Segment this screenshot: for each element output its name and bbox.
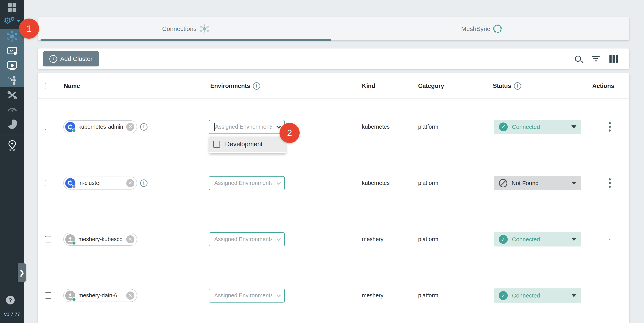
columns-icon bbox=[610, 55, 618, 63]
header-environments[interactable]: Environments bbox=[210, 83, 250, 89]
plus-circle-icon: + bbox=[50, 55, 57, 63]
search-button[interactable] bbox=[573, 54, 582, 63]
option-checkbox[interactable] bbox=[213, 141, 220, 148]
table-row: in-cluster ✕ i Assigned Environments kub… bbox=[38, 155, 629, 211]
connection-name-chip[interactable]: kubernetes-admin... ✕ bbox=[63, 120, 137, 133]
row-checkbox[interactable] bbox=[45, 292, 51, 299]
gauge-icon bbox=[7, 105, 18, 112]
connection-name-chip[interactable]: in-cluster ✕ bbox=[63, 177, 137, 189]
connection-name-chip[interactable]: meshery-kubescop... ✕ bbox=[63, 233, 137, 246]
chevron-down-icon bbox=[277, 180, 281, 185]
connections-table: Name Environments i Kind Category Status… bbox=[38, 73, 629, 323]
status-dropdown[interactable]: ✓ Connected bbox=[494, 288, 581, 303]
header-name[interactable]: Name bbox=[64, 73, 80, 99]
close-icon[interactable]: ✕ bbox=[126, 291, 134, 300]
connection-info-icon[interactable]: i bbox=[140, 123, 148, 131]
kind-value: meshery bbox=[362, 292, 384, 299]
connections-tab-icon bbox=[200, 24, 209, 34]
category-value: platform bbox=[418, 180, 438, 186]
connection-name-label: meshery-dain-6 bbox=[78, 292, 123, 299]
header-status[interactable]: Status bbox=[493, 83, 511, 89]
row-checkbox[interactable] bbox=[45, 236, 51, 242]
add-cluster-button[interactable]: + Add Cluster bbox=[43, 51, 99, 67]
status-dropdown[interactable]: ✓ Connected bbox=[494, 120, 581, 134]
pipeline-icon bbox=[7, 75, 18, 85]
row-actions-menu-button[interactable] bbox=[607, 120, 613, 134]
select-all-checkbox[interactable] bbox=[45, 83, 51, 89]
tab-meshsync[interactable]: MeshSync bbox=[334, 17, 629, 40]
environments-info-icon[interactable]: i bbox=[253, 82, 260, 90]
meshsync-spinner-icon bbox=[493, 25, 502, 33]
filter-icon bbox=[592, 55, 600, 63]
wrenches-icon bbox=[7, 90, 18, 100]
status-info-icon[interactable]: i bbox=[514, 82, 521, 90]
sidebar-item-operator[interactable] bbox=[0, 58, 24, 73]
connection-status-dot bbox=[72, 185, 76, 189]
caret-down-icon bbox=[572, 182, 576, 185]
status-label: Connected bbox=[512, 124, 567, 130]
connection-name-chip[interactable]: meshery-dain-6 ✕ bbox=[63, 289, 137, 302]
header-actions[interactable]: Actions bbox=[592, 73, 614, 99]
connection-name-label: in-cluster bbox=[78, 180, 123, 186]
category-value: platform bbox=[418, 236, 438, 242]
sidebar-item-configuration[interactable] bbox=[0, 88, 24, 102]
sidebar-item-workflows[interactable] bbox=[0, 73, 24, 87]
table-row: meshery-kubescop... ✕ Assigned Environme… bbox=[38, 211, 629, 267]
environments-select[interactable]: Assigned Environments bbox=[209, 176, 285, 190]
sidebar-item-extensions[interactable] bbox=[0, 117, 24, 132]
not-found-icon bbox=[499, 179, 507, 187]
select-chevron-button[interactable] bbox=[272, 238, 284, 241]
row-checkbox[interactable] bbox=[45, 124, 51, 130]
toolbar: + Add Cluster bbox=[38, 49, 629, 69]
close-icon[interactable]: ✕ bbox=[126, 179, 134, 187]
select-chevron-button[interactable] bbox=[272, 182, 284, 185]
sidebar-item-adapters[interactable]: <> bbox=[0, 44, 24, 58]
environments-select[interactable]: Assigned Environments Development bbox=[209, 120, 285, 134]
environments-dropdown-menu: Development bbox=[209, 137, 286, 153]
row-checkbox[interactable] bbox=[45, 180, 51, 186]
location-pin-icon bbox=[7, 140, 17, 151]
help-button[interactable]: ? bbox=[6, 296, 15, 304]
close-icon[interactable]: ✕ bbox=[126, 123, 134, 131]
connection-info-icon[interactable]: i bbox=[140, 179, 148, 187]
svg-text:<>: <> bbox=[9, 49, 14, 53]
status-dropdown[interactable]: ✓ Connected bbox=[494, 232, 581, 246]
gear-small-icon: ⚙ bbox=[10, 17, 15, 22]
option-label[interactable]: Development bbox=[225, 140, 262, 148]
tab-connections[interactable]: Connections bbox=[38, 17, 334, 40]
table-row: kubernetes-admin... ✕ i Assigned Environ… bbox=[38, 99, 629, 155]
environments-select[interactable]: Assigned Environments bbox=[209, 232, 285, 246]
chevron-down-icon bbox=[277, 124, 281, 128]
check-icon: ✓ bbox=[499, 235, 508, 244]
sidebar-item-catalog[interactable] bbox=[0, 138, 24, 153]
chevron-down-icon bbox=[277, 236, 281, 241]
status-dropdown[interactable]: Not Found bbox=[494, 176, 581, 190]
connection-name-label: kubernetes-admin... bbox=[78, 124, 123, 130]
version-label: v0.7.77 bbox=[0, 311, 24, 317]
caret-down-icon bbox=[572, 238, 576, 241]
columns-button[interactable] bbox=[609, 54, 618, 63]
header-category[interactable]: Category bbox=[418, 73, 444, 99]
status-label: Not Found bbox=[512, 180, 567, 186]
header-kind[interactable]: Kind bbox=[362, 73, 375, 99]
select-chevron-button[interactable] bbox=[272, 294, 284, 297]
close-icon[interactable]: ✕ bbox=[126, 235, 134, 243]
environments-select[interactable]: Assigned Environments bbox=[209, 289, 285, 302]
sidebar-expand-button[interactable]: ❯ bbox=[18, 263, 26, 282]
tab-meshsync-label: MeshSync bbox=[461, 25, 490, 33]
add-cluster-label: Add Cluster bbox=[60, 55, 92, 62]
sidebar-divider bbox=[0, 135, 24, 135]
actions-empty: - bbox=[609, 236, 610, 243]
code-window-icon: <> bbox=[7, 46, 18, 56]
filter-button[interactable] bbox=[591, 54, 600, 63]
caret-down-icon bbox=[572, 125, 576, 128]
tab-connections-label: Connections bbox=[162, 25, 196, 33]
chevron-right-icon: ❯ bbox=[19, 269, 25, 276]
annotation-badge-1: 1 bbox=[19, 19, 39, 39]
connection-name-label: meshery-kubescop... bbox=[78, 236, 123, 242]
active-tab-indicator bbox=[40, 39, 331, 41]
row-actions-menu-button[interactable] bbox=[607, 176, 613, 190]
check-icon: ✓ bbox=[499, 123, 508, 131]
sidebar-item-performance[interactable] bbox=[0, 101, 24, 116]
sidebar-item-dashboard[interactable] bbox=[0, 0, 24, 15]
